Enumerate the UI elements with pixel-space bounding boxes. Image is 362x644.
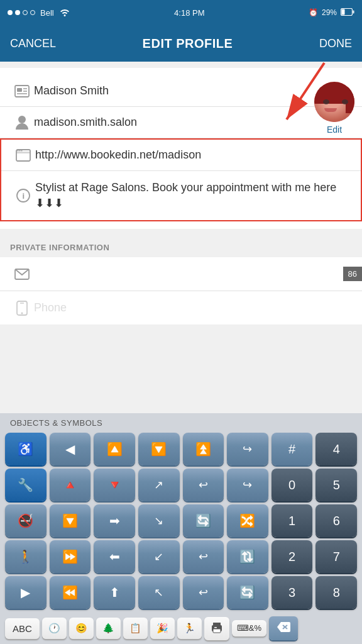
svg-rect-1: [353, 10, 354, 13]
emoji-key-down-triangle[interactable]: 🔻: [94, 469, 135, 501]
emoji-key-back[interactable]: ↩: [183, 576, 224, 609]
emoji-key-ne[interactable]: ↗: [138, 469, 180, 501]
signal-dot-3: [23, 10, 28, 15]
svg-point-12: [18, 150, 19, 151]
status-time: 4:18 PM: [174, 8, 204, 18]
emoji-key-nosmoking[interactable]: 🚭: [5, 504, 47, 537]
emoji-key-up-triangle[interactable]: 🔺: [50, 469, 91, 501]
emoji-key-hash[interactable]: #: [272, 433, 313, 465]
emoji-key-curved-right[interactable]: ↪: [227, 469, 268, 501]
emoji-key-wrench[interactable]: 🔧: [5, 469, 47, 501]
svg-rect-2: [341, 9, 344, 14]
wifi-icon: [59, 8, 70, 18]
tree-icon-key[interactable]: 🌲: [96, 618, 121, 639]
emoji-key-arrow-curve-up[interactable]: ↪: [227, 433, 268, 465]
status-right: ⏰ 29%: [309, 8, 354, 18]
emoji-key-4[interactable]: 4: [315, 433, 357, 465]
svg-point-8: [18, 116, 26, 123]
emoji-key-3[interactable]: 3: [272, 576, 313, 609]
emoji-key-shuffle[interactable]: 🔀: [227, 504, 268, 537]
delete-key[interactable]: [269, 616, 298, 640]
svg-point-19: [21, 312, 23, 314]
battery-label: 29%: [322, 8, 337, 17]
runner-icon-key[interactable]: 🏃: [177, 618, 202, 639]
emoji-key-wheelchair[interactable]: ♿: [5, 433, 47, 465]
section-separator: [0, 229, 362, 234]
emoji-key-return[interactable]: ↩: [183, 469, 224, 501]
phone-row[interactable]: Phone: [0, 291, 362, 325]
private-section-header: PRIVATE INFORMATION: [0, 234, 362, 257]
emoji-key-left[interactable]: ◀: [50, 433, 91, 465]
emoji-key-0[interactable]: 0: [272, 469, 313, 501]
emoji-key-5[interactable]: 5: [315, 469, 357, 501]
user-icon: [10, 114, 34, 131]
profile-section: Madison Smith Edit madis: [0, 68, 362, 229]
clock-icon-key[interactable]: 🕐: [42, 618, 67, 639]
emoji-key-se[interactable]: ↘: [138, 504, 180, 537]
url-icon: [11, 149, 35, 162]
printer-icon-key[interactable]: [204, 617, 229, 640]
signal-dot-2: [15, 10, 20, 15]
emoji-key-1[interactable]: 1: [272, 504, 313, 537]
done-button[interactable]: DONE: [319, 37, 352, 50]
bio-icon: i: [11, 189, 35, 203]
emoji-key-refresh[interactable]: 🔃: [227, 540, 268, 573]
phone-placeholder[interactable]: Phone: [34, 299, 352, 317]
emoji-key-walking[interactable]: 🚶: [5, 540, 47, 573]
email-icon: [10, 269, 34, 280]
arrow-annotation: [243, 57, 343, 138]
svg-rect-22: [213, 623, 221, 626]
svg-rect-24: [214, 627, 217, 628]
smiley-icon-key[interactable]: 😊: [69, 618, 94, 639]
email-field[interactable]: [34, 267, 352, 280]
alarm-icon: ⏰: [309, 8, 318, 17]
emoji-key-fastforward[interactable]: ⏩: [50, 540, 91, 573]
email-row[interactable]: 86: [0, 257, 362, 291]
emoji-key-nw[interactable]: ↖: [138, 576, 180, 609]
emoji-key-reload[interactable]: 🔄: [183, 504, 224, 537]
emoji-key-ccw[interactable]: ↩: [183, 540, 224, 573]
svg-rect-23: [213, 629, 221, 633]
url-field[interactable]: http://www.bookedin.net/madison: [35, 146, 351, 164]
status-left: Bell: [8, 8, 70, 18]
emoji-key-6[interactable]: 6: [315, 504, 357, 537]
emoji-key-left2[interactable]: ⬅: [94, 540, 135, 573]
highlighted-section: http://www.bookedin.net/madison i Stylis…: [0, 138, 362, 221]
svg-text:i: i: [23, 191, 25, 201]
emoji-key-7[interactable]: 7: [315, 540, 357, 573]
bio-field[interactable]: Stylist at Rage Salons. Book your appoin…: [35, 177, 351, 214]
bio-row[interactable]: i Stylist at Rage Salons. Book your appo…: [1, 171, 361, 220]
clipboard-icon-key[interactable]: 📋: [123, 618, 148, 639]
svg-rect-11: [16, 152, 30, 153]
emoji-key-cw[interactable]: 🔄: [227, 576, 268, 609]
emoji-key-up[interactable]: ⬆: [94, 576, 135, 609]
emoji-picker: OBJECTS & SYMBOLS ♿ ◀ 🔼 🔽 ⏫ ↪ # 4 🔧 🔺 🔻 …: [0, 413, 362, 644]
emoji-key-right[interactable]: ➡: [94, 504, 135, 537]
emoji-key-up2[interactable]: 🔼: [94, 433, 135, 465]
cancel-button[interactable]: CANCEL: [10, 37, 56, 50]
battery-icon: [341, 8, 354, 18]
emoji-key-8[interactable]: 8: [315, 576, 357, 609]
svg-rect-10: [16, 150, 30, 161]
svg-point-13: [19, 150, 21, 151]
emoji-key-up-fast[interactable]: ⏫: [183, 433, 224, 465]
char-count: 86: [343, 267, 362, 281]
symbols-icon-key[interactable]: ⌨&%: [232, 620, 266, 636]
emoji-key-play[interactable]: ▶: [5, 576, 47, 609]
page-title: EDIT PROFILE: [143, 36, 233, 51]
emoji-grid: ♿ ◀ 🔼 🔽 ⏫ ↪ # 4 🔧 🔺 🔻 ↗ ↩ ↪ 0 5 🚭 🔽 ➡ ↘ …: [0, 430, 362, 613]
signal-dot-4: [30, 10, 35, 15]
emoji-section-label: OBJECTS & SYMBOLS: [0, 413, 362, 430]
emoji-bottom-bar: ABC 🕐 😊 🌲 📋 🎉 🏃 ⌨&%: [0, 613, 362, 644]
carrier-label: Bell: [40, 8, 54, 18]
emoji-key-down2[interactable]: 🔽: [50, 504, 91, 537]
party-icon-key[interactable]: 🎉: [150, 618, 175, 639]
emoji-key-rewind[interactable]: ⏪: [50, 576, 91, 609]
abc-key[interactable]: ABC: [5, 618, 40, 639]
emoji-key-sw[interactable]: ↙: [138, 540, 180, 573]
signal-dot-1: [8, 10, 13, 15]
url-row[interactable]: http://www.bookedin.net/madison: [1, 140, 361, 171]
emoji-key-down1[interactable]: 🔽: [138, 433, 180, 465]
emoji-key-2[interactable]: 2: [272, 540, 313, 573]
private-section: 86 Phone: [0, 257, 362, 325]
